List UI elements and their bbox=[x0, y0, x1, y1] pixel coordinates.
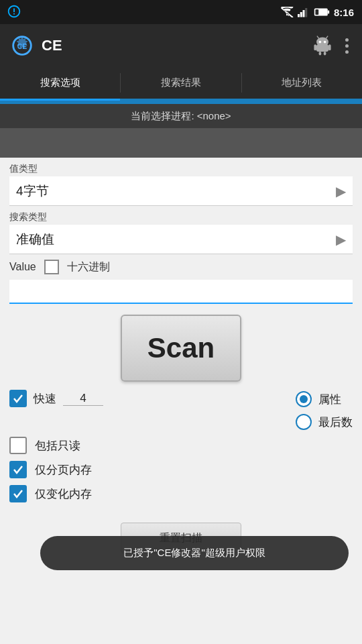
speed-value[interactable]: 4 bbox=[63, 392, 103, 406]
app-status-icon bbox=[7, 4, 21, 21]
tab-search-options[interactable]: 搜索选项 bbox=[0, 67, 120, 101]
svg-rect-11 bbox=[316, 44, 328, 52]
checkbox-section: 包括只读 仅分页内存 仅变化内存 bbox=[0, 430, 362, 509]
cb-paged-memory[interactable] bbox=[9, 461, 27, 478]
status-icons: 8:16 bbox=[280, 7, 354, 18]
cb-changed-memory-label: 仅变化内存 bbox=[35, 486, 92, 502]
search-bar-area bbox=[0, 128, 362, 158]
wifi-icon bbox=[280, 7, 294, 17]
value-label: Value bbox=[9, 261, 36, 273]
value-type-value: 4字节 bbox=[16, 182, 49, 200]
scan-button-label: Scan bbox=[147, 332, 215, 364]
checkbox-paged-memory[interactable]: 仅分页内存 bbox=[9, 461, 353, 478]
options-row: 快速 4 属性 最后数 bbox=[0, 390, 362, 430]
svg-rect-15 bbox=[324, 52, 326, 55]
scan-button[interactable]: Scan bbox=[121, 315, 241, 382]
value-type-section: 值类型 4字节 ▶ bbox=[0, 158, 362, 206]
signal-icon bbox=[298, 7, 310, 17]
svg-rect-4 bbox=[305, 8, 307, 17]
radio-property-label: 属性 bbox=[318, 392, 341, 407]
svg-point-0 bbox=[286, 14, 288, 15]
value-type-arrow: ▶ bbox=[336, 183, 346, 199]
svg-rect-6 bbox=[315, 9, 318, 15]
search-type-dropdown[interactable]: 准确值 ▶ bbox=[9, 225, 353, 254]
checkbox-changed-memory[interactable]: 仅变化内存 bbox=[9, 485, 353, 502]
tab-search-results[interactable]: 搜索结果 bbox=[121, 67, 241, 101]
checkbox-include-readonly[interactable]: 包括只读 bbox=[9, 437, 353, 454]
value-type-dropdown[interactable]: 4字节 ▶ bbox=[9, 176, 353, 206]
radio-property-circle[interactable] bbox=[296, 391, 312, 407]
value-type-label: 值类型 bbox=[9, 163, 353, 175]
cb-include-readonly[interactable] bbox=[9, 437, 27, 454]
svg-rect-3 bbox=[302, 10, 304, 17]
speed-row: 快速 4 bbox=[9, 390, 282, 407]
value-input[interactable] bbox=[9, 280, 353, 304]
radio-property-inner bbox=[300, 395, 308, 403]
toast-notification: 已授予"CE修改器"超级用户权限 bbox=[40, 536, 349, 570]
battery-icon bbox=[314, 7, 330, 17]
speed-label: 快速 bbox=[34, 391, 56, 407]
svg-rect-12 bbox=[314, 44, 316, 50]
hex-label: 十六进制 bbox=[67, 260, 110, 274]
radio-property[interactable]: 属性 bbox=[296, 391, 353, 407]
svg-line-19 bbox=[326, 36, 328, 39]
status-bar: 8:16 bbox=[0, 0, 362, 24]
svg-rect-14 bbox=[319, 52, 322, 55]
toast-message: 已授予"CE修改器"超级用户权限 bbox=[123, 547, 265, 558]
android-icon[interactable] bbox=[310, 34, 335, 58]
check-paged-icon bbox=[13, 464, 23, 475]
speed-checkbox[interactable] bbox=[9, 390, 27, 407]
svg-rect-1 bbox=[298, 14, 300, 17]
svg-text:CE: CE bbox=[17, 43, 27, 50]
search-type-arrow: ▶ bbox=[336, 231, 346, 248]
svg-rect-13 bbox=[328, 44, 331, 50]
process-label[interactable]: 当前选择进程: <none> bbox=[0, 104, 362, 128]
svg-line-18 bbox=[317, 36, 319, 39]
radio-last-count[interactable]: 最后数 bbox=[296, 414, 353, 430]
check-changed-icon bbox=[13, 488, 23, 499]
title-bar: CE CE bbox=[0, 24, 362, 67]
svg-rect-7 bbox=[328, 11, 329, 14]
radio-section: 属性 最后数 bbox=[296, 390, 353, 430]
status-time: 8:16 bbox=[334, 7, 354, 18]
value-row: Value 十六进制 bbox=[0, 254, 362, 280]
svg-point-16 bbox=[319, 41, 322, 44]
cb-changed-memory[interactable] bbox=[9, 485, 27, 502]
tab-bar: 搜索选项 搜索结果 地址列表 bbox=[0, 67, 362, 101]
search-type-section: 搜索类型 准确值 ▶ bbox=[0, 206, 362, 254]
radio-last-count-label: 最后数 bbox=[318, 415, 353, 430]
cb-paged-memory-label: 仅分页内存 bbox=[35, 462, 92, 478]
value-checkbox[interactable] bbox=[44, 260, 59, 274]
search-type-value: 准确值 bbox=[16, 231, 54, 248]
svg-rect-2 bbox=[300, 12, 302, 17]
radio-last-count-circle[interactable] bbox=[296, 414, 312, 430]
checkmark-icon bbox=[13, 393, 23, 404]
app-icon: CE bbox=[9, 33, 35, 58]
menu-button[interactable] bbox=[341, 34, 353, 58]
app-title: CE bbox=[42, 37, 304, 54]
main-content: 值类型 4字节 ▶ 搜索类型 准确值 ▶ Value 十六进制 Scan bbox=[0, 158, 362, 560]
tab-address-list[interactable]: 地址列表 bbox=[242, 67, 362, 101]
svg-point-17 bbox=[324, 41, 326, 44]
scan-section: Scan bbox=[0, 304, 362, 390]
cb-include-readonly-label: 包括只读 bbox=[35, 438, 80, 453]
search-type-label: 搜索类型 bbox=[9, 211, 353, 223]
speed-section: 快速 4 bbox=[9, 390, 282, 407]
